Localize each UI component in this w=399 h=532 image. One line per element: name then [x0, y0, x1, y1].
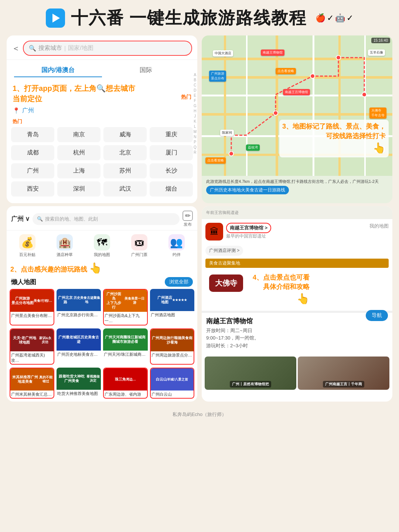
svg-point-1: [229, 151, 233, 156]
feed-panel: 广州 ∨ 🔍 搜索目的地、地图、此刻 ✏ 发布 💰 百元补贴 🏨: [7, 206, 197, 402]
search-placeholder: 搜索城市: [38, 44, 62, 52]
city-selector[interactable]: 广州 ∨: [11, 215, 30, 223]
alpha-P[interactable]: P: [194, 140, 197, 145]
publish-label: 发布: [184, 222, 192, 227]
publish-button[interactable]: ✏ 发布: [183, 211, 193, 227]
svg-point-5: [362, 92, 366, 97]
city-xian[interactable]: 西安: [11, 181, 54, 197]
poi-china-hotel[interactable]: 中国大酒店: [213, 50, 233, 57]
feed-header: 广州 ∨ 🔍 搜索目的地、地图、此刻 ✏ 发布: [7, 206, 197, 231]
photo2-label: 广州南越王宫丨千年商: [323, 381, 364, 388]
poi-wuyang[interactable]: 五羊石像: [368, 50, 385, 56]
poi-click-attack[interactable]: 点击看攻略: [205, 157, 226, 164]
tab-domestic[interactable]: 国内/港澳台: [14, 64, 102, 77]
card-baiyunshan[interactable]: 白云山羊城/八景之首 广州白云山: [150, 368, 195, 399]
poi-chenjia[interactable]: 陈家祠: [220, 130, 234, 136]
feed-icon-ticket[interactable]: 🎟 广州门票: [121, 234, 157, 258]
poi-featured-left: 🏛: [205, 223, 223, 241]
card-label-2: 广州北京路步行街美…: [57, 311, 101, 318]
card-history[interactable]: 广州最老城区历史美食古迹 广州历史地标美食古…: [57, 328, 101, 365]
city-weihai[interactable]: 威海: [103, 127, 147, 142]
alphabet-sidebar: A B C D E F G H J K L M N P Q R: [194, 72, 197, 155]
card-surroundings[interactable]: 广州周边旅行顺德美食南沙看海 广州周边旅游景点分…: [150, 328, 195, 365]
city-changsha[interactable]: 长沙: [150, 163, 193, 178]
card-guangzhou-tourism[interactable]: 广州旅游景点分布地图美食/行程/… 广州景点美食分布附…: [10, 289, 54, 325]
temple-button[interactable]: 大佛寺: [209, 274, 243, 292]
city-shanghai[interactable]: 上海: [57, 163, 100, 178]
app-icon: [46, 8, 65, 28]
footer-credit: 私奔岛屿Echo（旅行师）: [0, 408, 399, 422]
hot-label-top: 热门: [181, 93, 191, 101]
city-wuhan[interactable]: 武汉: [103, 181, 147, 197]
svg-point-4: [336, 55, 341, 60]
city-chongqing[interactable]: 重庆: [150, 127, 193, 142]
alpha-G[interactable]: G: [194, 103, 197, 109]
city-chengdu[interactable]: 成都: [11, 145, 54, 160]
back-button[interactable]: ＜: [12, 43, 20, 54]
city-guangzhou[interactable]: 广州: [11, 163, 54, 178]
feed-icon-companion[interactable]: 👥 约伴: [158, 234, 194, 258]
alpha-B[interactable]: B: [194, 78, 197, 83]
browse-all-button[interactable]: 浏览全部: [165, 277, 193, 287]
alpha-F[interactable]: F: [194, 98, 197, 103]
apple-icon: 🍎: [316, 13, 325, 23]
navigation-button[interactable]: 导航: [366, 310, 388, 321]
map-container[interactable]: 15:16:40 中国大酒店 南越王博物馆 五羊石像 广州旅游景点分布 点击看攻…: [202, 35, 392, 176]
alpha-E[interactable]: E: [194, 93, 197, 98]
city-shenzhen[interactable]: 深圳: [57, 181, 100, 197]
poi-photo-2[interactable]: 广州南越王宫丨千年商: [298, 357, 389, 390]
poi-lizhiwan[interactable]: 荔枝湾: [246, 144, 260, 151]
poi-nanyue-palace[interactable]: 南越王宫博物馆: [283, 89, 310, 95]
svg-point-3: [310, 74, 315, 78]
card-tianhe[interactable]: 广州天河商圈珠江新城商圈城市旅游必看 广州天河/珠江新城商…: [103, 328, 148, 365]
alpha-A[interactable]: A: [194, 72, 197, 78]
city-qingdao[interactable]: 青岛: [11, 127, 54, 142]
header: 十六番 一键生成旅游路线教程 🍎 ✓ 🤖 ✓: [0, 0, 399, 33]
alpha-H[interactable]: H: [194, 109, 197, 114]
feed-icon-mymap[interactable]: 🗺 我的地图: [84, 234, 120, 258]
card-zhusanjiao[interactable]: 珠三角周边… 广东周边游、省内游: [103, 368, 148, 399]
search-bar: ＜ 🔍 搜索城市 | 国家/地图: [7, 35, 197, 60]
map-route-label[interactable]: 广州历史本地地火美食古迹一日游路线: [206, 186, 289, 194]
card-shamian[interactable]: 广州沙面岛上下九步行美食美景一日游 广州沙面岛&上下九一…: [103, 289, 148, 325]
hotel-review-button[interactable]: 广州酒店评测 >: [205, 246, 243, 256]
alpha-M[interactable]: M: [194, 129, 197, 134]
alpha-C[interactable]: C: [194, 83, 197, 88]
alpha-D[interactable]: D: [194, 88, 197, 93]
city-selector-label: 广州: [11, 215, 24, 223]
card-beijing-road[interactable]: 广州北京路历史美食古迹聚集地 广州北京路步行街美…: [57, 289, 101, 325]
search-icon: 🔍: [29, 45, 36, 52]
feed-icon-subsidy[interactable]: 💰 百元补贴: [10, 234, 45, 258]
poi-museum-title-badge[interactable]: 南越王宫博物馆 >: [226, 223, 271, 233]
city-nanjing[interactable]: 南京: [57, 127, 100, 142]
city-suzhou[interactable]: 苏州: [103, 163, 147, 178]
city-xiamen[interactable]: 厦门: [150, 145, 193, 160]
city-hangzhou[interactable]: 杭州: [57, 145, 100, 160]
alpha-J[interactable]: J: [194, 114, 197, 119]
card-michelin[interactable]: 米其林推荐广州地道美食真的不能错过 广州米其林美食汇总…: [10, 368, 54, 399]
alpha-Q[interactable]: Q: [194, 145, 197, 150]
city-yantai[interactable]: 烟台: [150, 181, 193, 197]
feed-icon-hotel[interactable]: 🏨 酒店种草: [47, 234, 83, 258]
poi-detail-open: 开放时间：周二~周日 9:00~17:30，周一闭馆。 游玩时长：2~3小时: [206, 327, 388, 350]
map-cards-row2: 天关·老广州地球地图家训&永庆坊 广州荔湾老城西关)攻… 广州最老城区历史美食古…: [7, 328, 197, 368]
poi-photo-1[interactable]: 广州丨居然有博物馆把: [205, 357, 296, 390]
poi-dafo-temple[interactable]: 大佛寺千年古寺: [369, 108, 386, 119]
card-hotel-map[interactable]: 广州酒店地图★★★★★ 广州酒店地图: [150, 289, 195, 325]
search-input-area[interactable]: 🔍 搜索城市 | 国家/地图: [23, 41, 192, 56]
poi-click-tips[interactable]: 点击看攻略: [276, 68, 296, 74]
tab-international[interactable]: 国际: [102, 64, 190, 77]
poi-panel: 年前王宫御苑遗迹 🏛 南越王宫博物馆 > 最早的中国宫邸遗址 我的地图: [202, 206, 392, 402]
poi-nanyue-museum[interactable]: 南越王博物馆: [261, 50, 284, 56]
feed-search-bar[interactable]: 🔍 搜索目的地、地图、此刻: [33, 213, 180, 225]
card-label-4: 广州酒店地图: [150, 311, 195, 318]
alpha-N[interactable]: N: [194, 134, 197, 140]
alpha-K[interactable]: K: [194, 119, 197, 124]
city-beijing[interactable]: 北京: [103, 145, 147, 160]
poi-guangzhou-tourism[interactable]: 广州旅游景点分布: [209, 71, 226, 82]
card-foodie[interactable]: 跟着吃货大神吃广州美食看视频做决定 吃货大神推荐美食地图: [57, 368, 101, 399]
alpha-L[interactable]: L: [194, 124, 197, 129]
alpha-R[interactable]: R: [194, 150, 197, 155]
card-liwan[interactable]: 天关·老广州地球地图家训&永庆坊 广州荔湾老城西关)攻…: [10, 328, 54, 365]
current-city[interactable]: 广州: [22, 107, 34, 115]
